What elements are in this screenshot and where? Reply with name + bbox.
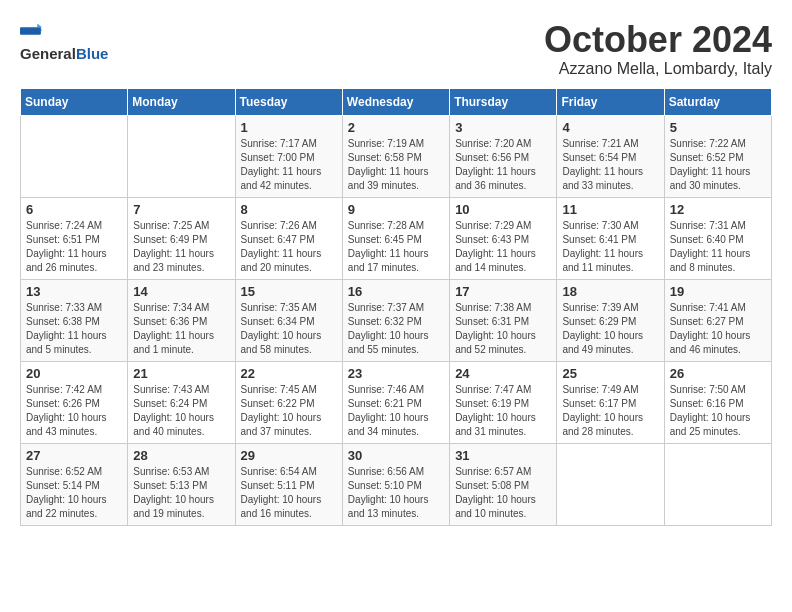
calendar-cell: 30Sunrise: 6:56 AM Sunset: 5:10 PM Dayli… bbox=[342, 443, 449, 525]
day-number: 3 bbox=[455, 120, 551, 135]
calendar-cell: 8Sunrise: 7:26 AM Sunset: 6:47 PM Daylig… bbox=[235, 197, 342, 279]
day-info: Sunrise: 7:22 AM Sunset: 6:52 PM Dayligh… bbox=[670, 137, 766, 193]
day-number: 31 bbox=[455, 448, 551, 463]
calendar-cell: 19Sunrise: 7:41 AM Sunset: 6:27 PM Dayli… bbox=[664, 279, 771, 361]
day-info: Sunrise: 7:42 AM Sunset: 6:26 PM Dayligh… bbox=[26, 383, 122, 439]
day-number: 23 bbox=[348, 366, 444, 381]
day-number: 5 bbox=[670, 120, 766, 135]
calendar-cell: 9Sunrise: 7:28 AM Sunset: 6:45 PM Daylig… bbox=[342, 197, 449, 279]
calendar-week-1: 1Sunrise: 7:17 AM Sunset: 7:00 PM Daylig… bbox=[21, 115, 772, 197]
calendar-subtitle: Azzano Mella, Lombardy, Italy bbox=[544, 60, 772, 78]
day-info: Sunrise: 7:31 AM Sunset: 6:40 PM Dayligh… bbox=[670, 219, 766, 275]
day-info: Sunrise: 7:28 AM Sunset: 6:45 PM Dayligh… bbox=[348, 219, 444, 275]
day-number: 25 bbox=[562, 366, 658, 381]
calendar-cell: 14Sunrise: 7:34 AM Sunset: 6:36 PM Dayli… bbox=[128, 279, 235, 361]
calendar-week-5: 27Sunrise: 6:52 AM Sunset: 5:14 PM Dayli… bbox=[21, 443, 772, 525]
day-info: Sunrise: 7:50 AM Sunset: 6:16 PM Dayligh… bbox=[670, 383, 766, 439]
calendar-cell: 16Sunrise: 7:37 AM Sunset: 6:32 PM Dayli… bbox=[342, 279, 449, 361]
day-number: 14 bbox=[133, 284, 229, 299]
calendar-cell: 11Sunrise: 7:30 AM Sunset: 6:41 PM Dayli… bbox=[557, 197, 664, 279]
day-info: Sunrise: 7:47 AM Sunset: 6:19 PM Dayligh… bbox=[455, 383, 551, 439]
calendar-cell bbox=[21, 115, 128, 197]
calendar-cell: 21Sunrise: 7:43 AM Sunset: 6:24 PM Dayli… bbox=[128, 361, 235, 443]
day-number: 18 bbox=[562, 284, 658, 299]
calendar-cell: 7Sunrise: 7:25 AM Sunset: 6:49 PM Daylig… bbox=[128, 197, 235, 279]
calendar-cell: 23Sunrise: 7:46 AM Sunset: 6:21 PM Dayli… bbox=[342, 361, 449, 443]
calendar-cell: 10Sunrise: 7:29 AM Sunset: 6:43 PM Dayli… bbox=[450, 197, 557, 279]
title-block: October 2024 Azzano Mella, Lombardy, Ita… bbox=[544, 20, 772, 78]
calendar-cell: 24Sunrise: 7:47 AM Sunset: 6:19 PM Dayli… bbox=[450, 361, 557, 443]
day-number: 2 bbox=[348, 120, 444, 135]
calendar-cell bbox=[557, 443, 664, 525]
day-info: Sunrise: 7:34 AM Sunset: 6:36 PM Dayligh… bbox=[133, 301, 229, 357]
day-info: Sunrise: 7:35 AM Sunset: 6:34 PM Dayligh… bbox=[241, 301, 337, 357]
day-info: Sunrise: 7:17 AM Sunset: 7:00 PM Dayligh… bbox=[241, 137, 337, 193]
calendar-cell: 31Sunrise: 6:57 AM Sunset: 5:08 PM Dayli… bbox=[450, 443, 557, 525]
calendar-cell: 29Sunrise: 6:54 AM Sunset: 5:11 PM Dayli… bbox=[235, 443, 342, 525]
calendar-cell: 17Sunrise: 7:38 AM Sunset: 6:31 PM Dayli… bbox=[450, 279, 557, 361]
day-number: 22 bbox=[241, 366, 337, 381]
day-number: 9 bbox=[348, 202, 444, 217]
calendar-cell: 18Sunrise: 7:39 AM Sunset: 6:29 PM Dayli… bbox=[557, 279, 664, 361]
svg-rect-0 bbox=[20, 27, 41, 35]
day-number: 21 bbox=[133, 366, 229, 381]
day-number: 1 bbox=[241, 120, 337, 135]
calendar-cell: 1Sunrise: 7:17 AM Sunset: 7:00 PM Daylig… bbox=[235, 115, 342, 197]
day-number: 30 bbox=[348, 448, 444, 463]
calendar-cell: 3Sunrise: 7:20 AM Sunset: 6:56 PM Daylig… bbox=[450, 115, 557, 197]
calendar-cell bbox=[664, 443, 771, 525]
calendar-cell: 25Sunrise: 7:49 AM Sunset: 6:17 PM Dayli… bbox=[557, 361, 664, 443]
calendar-table: Sunday Monday Tuesday Wednesday Thursday… bbox=[20, 88, 772, 526]
calendar-cell: 12Sunrise: 7:31 AM Sunset: 6:40 PM Dayli… bbox=[664, 197, 771, 279]
day-number: 24 bbox=[455, 366, 551, 381]
day-info: Sunrise: 7:43 AM Sunset: 6:24 PM Dayligh… bbox=[133, 383, 229, 439]
day-info: Sunrise: 7:37 AM Sunset: 6:32 PM Dayligh… bbox=[348, 301, 444, 357]
day-number: 29 bbox=[241, 448, 337, 463]
day-info: Sunrise: 7:33 AM Sunset: 6:38 PM Dayligh… bbox=[26, 301, 122, 357]
calendar-title: October 2024 bbox=[544, 20, 772, 60]
header-row: Sunday Monday Tuesday Wednesday Thursday… bbox=[21, 88, 772, 115]
svg-marker-2 bbox=[38, 24, 42, 27]
day-info: Sunrise: 7:25 AM Sunset: 6:49 PM Dayligh… bbox=[133, 219, 229, 275]
header-wednesday: Wednesday bbox=[342, 88, 449, 115]
day-info: Sunrise: 6:53 AM Sunset: 5:13 PM Dayligh… bbox=[133, 465, 229, 521]
calendar-cell: 2Sunrise: 7:19 AM Sunset: 6:58 PM Daylig… bbox=[342, 115, 449, 197]
logo-general: General bbox=[20, 45, 76, 62]
header-saturday: Saturday bbox=[664, 88, 771, 115]
logo-icon bbox=[20, 20, 42, 42]
logo-block: GeneralBlue bbox=[20, 20, 108, 62]
day-info: Sunrise: 7:24 AM Sunset: 6:51 PM Dayligh… bbox=[26, 219, 122, 275]
calendar-week-2: 6Sunrise: 7:24 AM Sunset: 6:51 PM Daylig… bbox=[21, 197, 772, 279]
calendar-cell: 20Sunrise: 7:42 AM Sunset: 6:26 PM Dayli… bbox=[21, 361, 128, 443]
calendar-cell: 13Sunrise: 7:33 AM Sunset: 6:38 PM Dayli… bbox=[21, 279, 128, 361]
day-info: Sunrise: 7:19 AM Sunset: 6:58 PM Dayligh… bbox=[348, 137, 444, 193]
page-header: GeneralBlue October 2024 Azzano Mella, L… bbox=[20, 20, 772, 78]
day-info: Sunrise: 7:45 AM Sunset: 6:22 PM Dayligh… bbox=[241, 383, 337, 439]
day-info: Sunrise: 7:26 AM Sunset: 6:47 PM Dayligh… bbox=[241, 219, 337, 275]
logo-blue: Blue bbox=[76, 45, 109, 62]
day-info: Sunrise: 7:30 AM Sunset: 6:41 PM Dayligh… bbox=[562, 219, 658, 275]
header-friday: Friday bbox=[557, 88, 664, 115]
day-info: Sunrise: 7:39 AM Sunset: 6:29 PM Dayligh… bbox=[562, 301, 658, 357]
day-info: Sunrise: 7:46 AM Sunset: 6:21 PM Dayligh… bbox=[348, 383, 444, 439]
day-info: Sunrise: 6:54 AM Sunset: 5:11 PM Dayligh… bbox=[241, 465, 337, 521]
day-number: 12 bbox=[670, 202, 766, 217]
calendar-week-3: 13Sunrise: 7:33 AM Sunset: 6:38 PM Dayli… bbox=[21, 279, 772, 361]
day-number: 26 bbox=[670, 366, 766, 381]
day-number: 15 bbox=[241, 284, 337, 299]
day-number: 7 bbox=[133, 202, 229, 217]
calendar-body: 1Sunrise: 7:17 AM Sunset: 7:00 PM Daylig… bbox=[21, 115, 772, 525]
day-number: 16 bbox=[348, 284, 444, 299]
header-tuesday: Tuesday bbox=[235, 88, 342, 115]
calendar-week-4: 20Sunrise: 7:42 AM Sunset: 6:26 PM Dayli… bbox=[21, 361, 772, 443]
day-number: 28 bbox=[133, 448, 229, 463]
calendar-cell bbox=[128, 115, 235, 197]
day-number: 13 bbox=[26, 284, 122, 299]
day-number: 27 bbox=[26, 448, 122, 463]
header-sunday: Sunday bbox=[21, 88, 128, 115]
header-thursday: Thursday bbox=[450, 88, 557, 115]
calendar-cell: 4Sunrise: 7:21 AM Sunset: 6:54 PM Daylig… bbox=[557, 115, 664, 197]
day-info: Sunrise: 6:56 AM Sunset: 5:10 PM Dayligh… bbox=[348, 465, 444, 521]
day-number: 17 bbox=[455, 284, 551, 299]
calendar-cell: 27Sunrise: 6:52 AM Sunset: 5:14 PM Dayli… bbox=[21, 443, 128, 525]
